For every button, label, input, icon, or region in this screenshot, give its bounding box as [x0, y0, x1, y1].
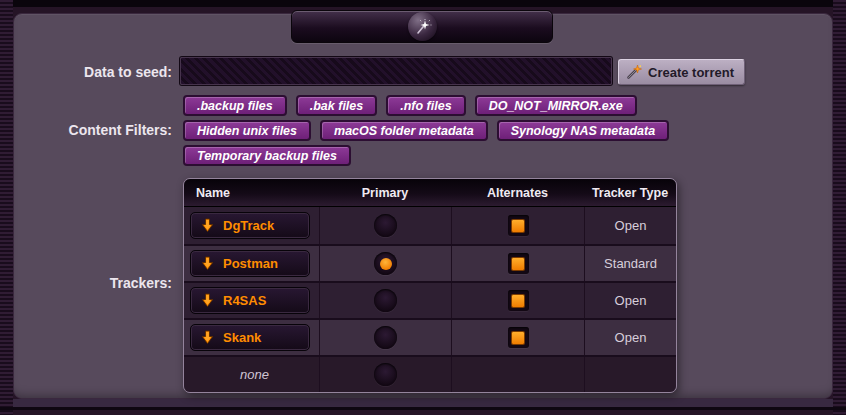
content-filter-chips: .backup files .bak files .nfo files DO_N…	[183, 95, 669, 166]
window-top-strip	[0, 0, 846, 7]
download-arrow-icon	[201, 293, 214, 308]
filter-chip[interactable]: DO_NOT_MIRROR.exe	[475, 95, 637, 116]
alternate-checkbox[interactable]	[508, 327, 529, 348]
tracker-type: Open	[615, 218, 647, 233]
tracker-type: Open	[615, 293, 647, 308]
primary-radio[interactable]	[374, 363, 397, 386]
column-header-alternates: Alternates	[451, 179, 584, 206]
primary-radio[interactable]	[374, 214, 397, 237]
tracker-name-button[interactable]: Skank	[190, 324, 310, 351]
section-toggle-button[interactable]	[291, 10, 553, 43]
tracker-row: R4SAS Open	[184, 281, 676, 318]
alternate-checkbox[interactable]	[508, 290, 529, 311]
filter-chip[interactable]: Hidden unix files	[183, 120, 311, 141]
content-filters-label: Content Filters:	[0, 122, 172, 138]
tracker-name-button[interactable]: R4SAS	[190, 287, 310, 314]
primary-radio[interactable]	[374, 252, 397, 275]
trackers-table: Name Primary Alternates Tracker Type DgT…	[183, 178, 677, 393]
filter-chip[interactable]: macOS folder metadata	[320, 120, 488, 141]
tracker-name-button[interactable]: DgTrack	[190, 212, 310, 239]
alternate-checkbox[interactable]	[508, 215, 529, 236]
create-torrent-button[interactable]: Create torrent	[618, 59, 745, 85]
data-to-seed-label: Data to seed:	[0, 64, 172, 80]
tracker-row: Postman Standard	[184, 244, 676, 281]
tracker-row: DgTrack Open	[184, 207, 676, 244]
magic-wand-sparkle-icon	[408, 12, 437, 41]
tracker-row: Skank Open	[184, 318, 676, 355]
left-frame-texture	[0, 0, 13, 415]
filter-chip[interactable]: Temporary backup files	[183, 145, 351, 166]
column-header-tracker-type: Tracker Type	[584, 179, 676, 206]
primary-radio[interactable]	[374, 326, 397, 349]
column-header-primary: Primary	[319, 179, 451, 206]
tracker-type: Standard	[604, 256, 657, 271]
tracker-type: Open	[615, 330, 647, 345]
alternate-checkbox[interactable]	[508, 253, 529, 274]
tracker-name-button[interactable]: Postman	[190, 250, 310, 277]
download-arrow-icon	[201, 256, 214, 271]
filter-chip[interactable]: .backup files	[183, 95, 287, 116]
magic-wand-icon	[626, 64, 642, 80]
download-arrow-icon	[201, 330, 214, 345]
tracker-row-none: none	[184, 355, 676, 392]
filter-chip[interactable]: .bak files	[296, 95, 378, 116]
bottom-frame-line	[0, 407, 846, 410]
data-to-seed-input[interactable]	[180, 57, 612, 85]
right-frame-texture	[833, 0, 846, 415]
trackers-label: Trackers:	[0, 275, 172, 291]
tracker-none-label: none	[240, 367, 269, 382]
create-torrent-label: Create torrent	[648, 65, 734, 80]
download-arrow-icon	[201, 218, 214, 233]
trackers-table-header: Name Primary Alternates Tracker Type	[184, 179, 676, 207]
filter-chip[interactable]: .nfo files	[386, 95, 465, 116]
primary-radio[interactable]	[374, 289, 397, 312]
column-header-name: Name	[184, 179, 319, 206]
filter-chip[interactable]: Synology NAS metadata	[497, 120, 669, 141]
bottom-frame-band	[13, 399, 833, 407]
